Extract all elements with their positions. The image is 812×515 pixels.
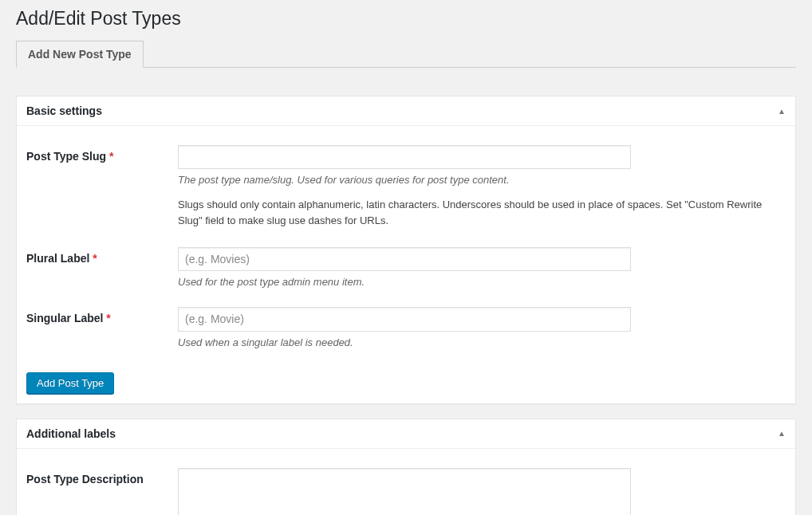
singular-label: Singular Label <box>26 312 103 324</box>
panel-header[interactable]: Basic settings ▲ <box>17 96 795 126</box>
required-marker: * <box>106 312 110 324</box>
description-label: Post Type Description <box>26 473 144 486</box>
tab-bar: Add New Post Type <box>16 41 796 68</box>
singular-input[interactable] <box>178 307 631 331</box>
description-textarea[interactable] <box>178 468 631 515</box>
plural-input[interactable] <box>178 247 631 271</box>
required-marker: * <box>93 252 97 265</box>
plural-help: Used for the post type admin menu item. <box>178 276 778 288</box>
add-post-type-button[interactable]: Add Post Type <box>26 372 114 394</box>
panel-body: Post Type Description Perhaps describe w… <box>17 449 795 515</box>
panel-basic-settings: Basic settings ▲ Post Type Slug * The po… <box>16 96 796 404</box>
plural-label: Plural Label <box>26 252 89 265</box>
singular-help: Used when a singular label is needed. <box>178 336 778 348</box>
panel-header[interactable]: Additional labels ▲ <box>17 419 795 449</box>
slug-help: The post type name/slug. Used for variou… <box>178 174 778 186</box>
panel-title: Basic settings <box>26 104 102 117</box>
panel-title: Additional labels <box>26 427 116 440</box>
tab-add-new-post-type[interactable]: Add New Post Type <box>16 41 144 68</box>
slug-help-extra: Slugs should only contain alphanumeric, … <box>178 197 778 228</box>
slug-label: Post Type Slug <box>26 150 106 163</box>
panel-additional-labels: Additional labels ▲ Post Type Descriptio… <box>16 419 796 515</box>
slug-input[interactable] <box>178 145 631 169</box>
panel-body: Post Type Slug * The post type name/slug… <box>17 126 795 403</box>
collapse-icon[interactable]: ▲ <box>778 107 786 116</box>
collapse-icon[interactable]: ▲ <box>778 429 786 438</box>
required-marker: * <box>109 150 113 163</box>
page-title: Add/Edit Post Types <box>16 0 796 41</box>
